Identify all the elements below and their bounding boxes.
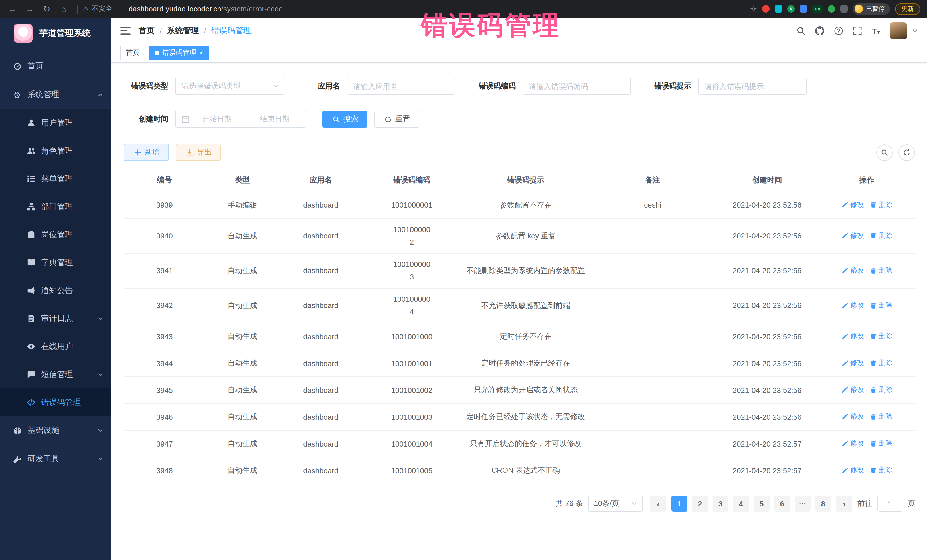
- sidebar-item-user-management[interactable]: 用户管理: [0, 109, 111, 137]
- page-button-3[interactable]: 3: [713, 496, 728, 511]
- edit-button[interactable]: 修改: [841, 439, 864, 449]
- edit-button[interactable]: 修改: [841, 412, 864, 422]
- sidebar-item-sms-management[interactable]: 短信管理: [0, 360, 111, 389]
- edit-button[interactable]: 修改: [841, 266, 864, 275]
- error-code-input[interactable]: [523, 77, 631, 95]
- header-search-icon[interactable]: [793, 23, 808, 38]
- delete-button[interactable]: 删除: [870, 231, 892, 241]
- delete-button[interactable]: 删除: [870, 385, 892, 395]
- refresh-table-button[interactable]: [898, 144, 915, 161]
- page-size-select[interactable]: 10条/页: [588, 496, 643, 511]
- sidebar-item-dict-management[interactable]: 字典管理: [0, 249, 111, 276]
- extension-icon[interactable]: [800, 5, 807, 12]
- goto-page-input[interactable]: [877, 496, 903, 511]
- page-button-6[interactable]: 6: [774, 496, 790, 511]
- page-button-4[interactable]: 4: [733, 496, 749, 511]
- sidebar-item-dept-management[interactable]: 部门管理: [0, 193, 111, 221]
- sidebar-item-post-management[interactable]: 岗位管理: [0, 221, 111, 249]
- chevron-down-icon[interactable]: [912, 28, 918, 33]
- help-icon[interactable]: [831, 23, 846, 38]
- add-button[interactable]: 新增: [124, 144, 169, 161]
- sidebar-item-dev-tools[interactable]: 研发工具: [0, 445, 111, 473]
- app-logo-area[interactable]: 芋道管理系统: [0, 18, 111, 49]
- extension-icon[interactable]: V: [787, 5, 795, 12]
- browser-home-icon[interactable]: ⌂: [56, 2, 72, 16]
- sidebar-item-audit-log[interactable]: 审计日志: [0, 305, 111, 332]
- post-icon: [26, 230, 35, 239]
- breadcrumb-item[interactable]: 系统管理: [167, 25, 199, 36]
- edit-button[interactable]: 修改: [841, 358, 864, 368]
- cell-hint: 只允许修改为开启或者关闭状态: [462, 377, 590, 404]
- close-icon[interactable]: ×: [199, 49, 203, 56]
- bookmark-star-icon[interactable]: ☆: [750, 4, 757, 14]
- table-row: 3941自动生成dashboard1001000003不能删除类型为系统内置的参…: [124, 253, 915, 288]
- delete-button[interactable]: 删除: [870, 200, 892, 210]
- column-header: 应用名: [280, 169, 362, 191]
- prev-page-button[interactable]: ‹: [650, 496, 666, 511]
- reset-button[interactable]: 重置: [374, 111, 419, 128]
- sidebar-item-notice[interactable]: 通知公告: [0, 276, 111, 305]
- error-hint-input[interactable]: [698, 77, 807, 95]
- cell-hint: CRON 表达式不正确: [462, 457, 590, 484]
- browser-back-icon[interactable]: ←: [5, 2, 21, 16]
- delete-button[interactable]: 删除: [870, 300, 892, 310]
- sidebar-item-system-management[interactable]: ⚙系统管理: [0, 80, 111, 109]
- page-ellipsis[interactable]: ···: [795, 496, 811, 511]
- extension-icon[interactable]: [775, 5, 782, 12]
- edit-button[interactable]: 修改: [841, 385, 864, 395]
- sidebar-toggle-icon[interactable]: [120, 26, 131, 35]
- edit-icon: [841, 267, 849, 274]
- breadcrumb-item[interactable]: 首页: [138, 25, 155, 36]
- delete-button[interactable]: 删除: [870, 358, 892, 368]
- search-button[interactable]: 搜索: [322, 111, 368, 128]
- chevron-down-icon: [273, 83, 279, 89]
- export-button[interactable]: 导出: [176, 144, 221, 161]
- page-button-5[interactable]: 5: [754, 496, 769, 511]
- puzzle-extensions-icon[interactable]: [840, 5, 848, 12]
- plus-icon: [133, 148, 142, 157]
- delete-button[interactable]: 删除: [870, 466, 892, 475]
- view-tag-0[interactable]: 首页: [120, 46, 146, 60]
- sidebar-item-error-code-management[interactable]: 错误码管理: [0, 389, 111, 416]
- edit-button[interactable]: 修改: [841, 466, 864, 475]
- edit-button[interactable]: 修改: [841, 300, 864, 310]
- fullscreen-icon[interactable]: [850, 23, 865, 38]
- next-page-button[interactable]: ›: [836, 496, 852, 511]
- cell-app: dashboard: [280, 377, 362, 404]
- extension-icon[interactable]: [828, 5, 835, 12]
- cell-type: 自动生成: [205, 219, 280, 253]
- browser-update-button[interactable]: 更新: [895, 3, 920, 15]
- url-text[interactable]: dashboard.yudao.iocoder.cn/system/error-…: [129, 5, 283, 13]
- paused-badge[interactable]: 已暂停: [853, 3, 890, 15]
- page-button-2[interactable]: 2: [692, 496, 708, 511]
- page-button-1[interactable]: 1: [672, 496, 687, 511]
- sidebar-item-menu-management[interactable]: 菜单管理: [0, 165, 111, 193]
- sidebar-item-online-users[interactable]: 在线用户: [0, 332, 111, 360]
- sidebar-item-infrastructure[interactable]: 基础设施: [0, 416, 111, 445]
- toggle-search-button[interactable]: [876, 144, 893, 161]
- cell-type: 自动生成: [205, 253, 280, 288]
- sidebar-item-role-management[interactable]: 角色管理: [0, 137, 111, 165]
- edit-button[interactable]: 修改: [841, 200, 864, 210]
- edit-button[interactable]: 修改: [841, 231, 864, 241]
- browser-forward-icon[interactable]: →: [22, 2, 38, 16]
- page-button-8[interactable]: 8: [815, 496, 831, 511]
- delete-button[interactable]: 删除: [870, 439, 892, 449]
- sidebar-item-home[interactable]: 首页: [0, 52, 111, 80]
- font-size-icon[interactable]: [869, 23, 884, 38]
- create-time-range-picker[interactable]: 开始日期 - 结束日期: [175, 111, 306, 128]
- extension-on-badge[interactable]: on: [812, 5, 823, 13]
- extension-icon[interactable]: [762, 5, 769, 12]
- app-name-input[interactable]: [347, 77, 455, 95]
- github-icon[interactable]: [812, 23, 827, 38]
- user-avatar[interactable]: [890, 22, 907, 39]
- error-type-select[interactable]: 请选择错误码类型: [175, 77, 285, 95]
- edit-button[interactable]: 修改: [841, 332, 864, 341]
- browser-reload-icon[interactable]: ↻: [39, 2, 55, 16]
- delete-button[interactable]: 删除: [870, 332, 892, 341]
- view-tag-1[interactable]: 错误码管理×: [149, 46, 209, 60]
- delete-button[interactable]: 删除: [870, 412, 892, 422]
- delete-button[interactable]: 删除: [870, 266, 892, 275]
- security-status[interactable]: ⚠ 不安全: [83, 4, 112, 14]
- chevron-down-icon: [97, 316, 103, 321]
